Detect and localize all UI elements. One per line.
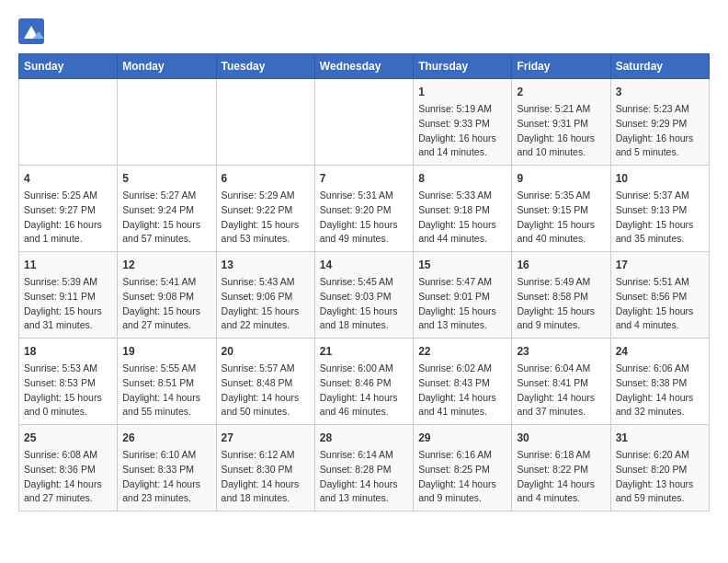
day-number-29: 29 [418,430,506,446]
cell-3-5: 23Sunrise: 6:04 AM Sunset: 8:41 PM Dayli… [512,339,610,425]
cell-info-8: Sunrise: 5:33 AM Sunset: 9:18 PM Dayligh… [418,190,496,244]
cell-2-0: 11Sunrise: 5:39 AM Sunset: 9:11 PM Dayli… [19,252,118,339]
logo-icon [18,18,44,44]
day-number-14: 14 [320,257,408,273]
cell-info-14: Sunrise: 5:45 AM Sunset: 9:03 PM Dayligh… [320,276,398,330]
cell-info-6: Sunrise: 5:29 AM Sunset: 9:22 PM Dayligh… [222,190,300,244]
calendar-header-row: SundayMondayTuesdayWednesdayThursdayFrid… [19,54,710,79]
cell-info-30: Sunrise: 6:18 AM Sunset: 8:22 PM Dayligh… [517,449,595,503]
cell-info-12: Sunrise: 5:41 AM Sunset: 9:08 PM Dayligh… [122,276,200,330]
cell-info-15: Sunrise: 5:47 AM Sunset: 9:01 PM Dayligh… [418,276,496,330]
cell-info-26: Sunrise: 6:10 AM Sunset: 8:33 PM Dayligh… [122,449,200,503]
header-monday: Monday [118,54,216,79]
day-number-6: 6 [222,170,310,187]
day-number-23: 23 [517,343,605,360]
header-sunday: Sunday [19,54,118,79]
day-number-25: 25 [24,430,112,446]
header-saturday: Saturday [610,54,709,79]
day-number-26: 26 [122,430,210,446]
cell-3-4: 22Sunrise: 6:02 AM Sunset: 8:43 PM Dayli… [414,339,512,425]
day-number-30: 30 [517,430,605,446]
cell-2-5: 16Sunrise: 5:49 AM Sunset: 8:58 PM Dayli… [512,252,610,339]
day-number-7: 7 [320,170,408,187]
cell-1-3: 7Sunrise: 5:31 AM Sunset: 9:20 PM Daylig… [314,166,413,252]
day-number-16: 16 [517,257,605,273]
day-number-8: 8 [418,170,506,187]
cell-info-24: Sunrise: 6:06 AM Sunset: 8:38 PM Dayligh… [616,362,694,417]
cell-info-17: Sunrise: 5:51 AM Sunset: 8:56 PM Dayligh… [616,276,694,330]
day-number-31: 31 [616,430,704,446]
cell-4-5: 30Sunrise: 6:18 AM Sunset: 8:22 PM Dayli… [512,425,610,511]
cell-info-3: Sunrise: 5:23 AM Sunset: 9:29 PM Dayligh… [616,103,694,157]
cell-4-1: 26Sunrise: 6:10 AM Sunset: 8:33 PM Dayli… [118,425,216,511]
cell-0-6: 3Sunrise: 5:23 AM Sunset: 9:29 PM Daylig… [610,79,709,166]
cell-info-19: Sunrise: 5:55 AM Sunset: 8:51 PM Dayligh… [122,362,200,417]
calendar-table: SundayMondayTuesdayWednesdayThursdayFrid… [18,53,710,511]
cell-info-31: Sunrise: 6:20 AM Sunset: 8:20 PM Dayligh… [616,449,694,503]
cell-info-29: Sunrise: 6:16 AM Sunset: 8:25 PM Dayligh… [418,449,496,503]
cell-2-6: 17Sunrise: 5:51 AM Sunset: 8:56 PM Dayli… [610,252,709,339]
day-number-11: 11 [24,257,112,273]
week-row-4: 18Sunrise: 5:53 AM Sunset: 8:53 PM Dayli… [19,339,710,425]
cell-2-2: 13Sunrise: 5:43 AM Sunset: 9:06 PM Dayli… [216,252,314,339]
cell-3-0: 18Sunrise: 5:53 AM Sunset: 8:53 PM Dayli… [19,339,118,425]
cell-info-1: Sunrise: 5:19 AM Sunset: 9:33 PM Dayligh… [418,103,496,157]
cell-info-28: Sunrise: 6:14 AM Sunset: 8:28 PM Dayligh… [320,449,398,503]
day-number-21: 21 [320,343,408,360]
day-number-3: 3 [616,84,704,100]
cell-info-18: Sunrise: 5:53 AM Sunset: 8:53 PM Dayligh… [24,362,102,417]
cell-1-0: 4Sunrise: 5:25 AM Sunset: 9:27 PM Daylig… [19,166,118,252]
cell-3-1: 19Sunrise: 5:55 AM Sunset: 8:51 PM Dayli… [118,339,216,425]
cell-0-0 [19,79,118,166]
day-number-13: 13 [222,257,310,273]
header-friday: Friday [512,54,610,79]
cell-info-21: Sunrise: 6:00 AM Sunset: 8:46 PM Dayligh… [320,362,398,417]
week-row-3: 11Sunrise: 5:39 AM Sunset: 9:11 PM Dayli… [19,252,710,339]
cell-info-13: Sunrise: 5:43 AM Sunset: 9:06 PM Dayligh… [222,276,300,330]
cell-0-5: 2Sunrise: 5:21 AM Sunset: 9:31 PM Daylig… [512,79,610,166]
day-number-20: 20 [222,343,310,360]
cell-3-2: 20Sunrise: 5:57 AM Sunset: 8:48 PM Dayli… [216,339,314,425]
cell-info-10: Sunrise: 5:37 AM Sunset: 9:13 PM Dayligh… [616,190,694,244]
cell-0-1 [118,79,216,166]
cell-info-4: Sunrise: 5:25 AM Sunset: 9:27 PM Dayligh… [24,190,102,244]
cell-info-9: Sunrise: 5:35 AM Sunset: 9:15 PM Dayligh… [517,190,595,244]
cell-4-3: 28Sunrise: 6:14 AM Sunset: 8:28 PM Dayli… [314,425,413,511]
day-number-17: 17 [616,257,704,273]
week-row-5: 25Sunrise: 6:08 AM Sunset: 8:36 PM Dayli… [19,425,710,511]
cell-info-25: Sunrise: 6:08 AM Sunset: 8:36 PM Dayligh… [24,449,102,503]
cell-info-22: Sunrise: 6:02 AM Sunset: 8:43 PM Dayligh… [418,362,496,417]
cell-2-3: 14Sunrise: 5:45 AM Sunset: 9:03 PM Dayli… [314,252,413,339]
cell-info-11: Sunrise: 5:39 AM Sunset: 9:11 PM Dayligh… [24,276,102,330]
header-tuesday: Tuesday [216,54,314,79]
page-header [18,18,710,44]
day-number-15: 15 [418,257,506,273]
week-row-2: 4Sunrise: 5:25 AM Sunset: 9:27 PM Daylig… [19,166,710,252]
day-number-5: 5 [122,170,210,187]
cell-info-5: Sunrise: 5:27 AM Sunset: 9:24 PM Dayligh… [122,190,200,244]
cell-info-2: Sunrise: 5:21 AM Sunset: 9:31 PM Dayligh… [517,103,595,157]
cell-info-23: Sunrise: 6:04 AM Sunset: 8:41 PM Dayligh… [517,362,595,417]
header-wednesday: Wednesday [314,54,413,79]
day-number-9: 9 [517,170,605,187]
day-number-2: 2 [517,84,605,100]
day-number-22: 22 [418,343,506,360]
cell-info-27: Sunrise: 6:12 AM Sunset: 8:30 PM Dayligh… [222,449,300,503]
cell-4-2: 27Sunrise: 6:12 AM Sunset: 8:30 PM Dayli… [216,425,314,511]
day-number-27: 27 [222,430,310,446]
week-row-1: 1Sunrise: 5:19 AM Sunset: 9:33 PM Daylig… [19,79,710,166]
day-number-28: 28 [320,430,408,446]
day-number-18: 18 [24,343,112,360]
day-number-10: 10 [616,170,704,187]
cell-1-4: 8Sunrise: 5:33 AM Sunset: 9:18 PM Daylig… [414,166,512,252]
cell-2-4: 15Sunrise: 5:47 AM Sunset: 9:01 PM Dayli… [414,252,512,339]
cell-0-3 [314,79,413,166]
cell-info-16: Sunrise: 5:49 AM Sunset: 8:58 PM Dayligh… [517,276,595,330]
day-number-12: 12 [122,257,210,273]
cell-3-3: 21Sunrise: 6:00 AM Sunset: 8:46 PM Dayli… [314,339,413,425]
cell-2-1: 12Sunrise: 5:41 AM Sunset: 9:08 PM Dayli… [118,252,216,339]
day-number-4: 4 [24,170,112,187]
cell-4-0: 25Sunrise: 6:08 AM Sunset: 8:36 PM Dayli… [19,425,118,511]
day-number-24: 24 [616,343,704,360]
day-number-19: 19 [122,343,210,360]
